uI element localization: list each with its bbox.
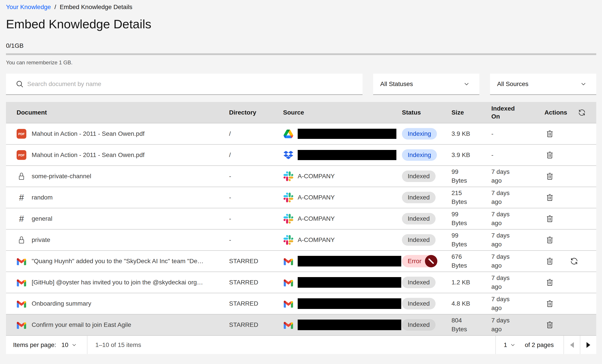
slack-icon bbox=[283, 235, 294, 245]
delete-button[interactable] bbox=[544, 171, 555, 182]
slack-icon bbox=[283, 193, 294, 202]
search-input[interactable] bbox=[6, 74, 363, 94]
status-badge: Indexed bbox=[402, 319, 436, 331]
lock-icon bbox=[17, 172, 26, 180]
source-filter-dropdown[interactable]: All Sources bbox=[490, 74, 596, 95]
status-filter-dropdown[interactable]: All Statuses bbox=[373, 74, 479, 95]
indexed-on-value: 7 days ago bbox=[491, 189, 542, 206]
size-value: 99 Bytes bbox=[452, 210, 491, 228]
indexed-on-value: 7 days ago bbox=[491, 252, 542, 270]
size-value: 4.8 KB bbox=[452, 299, 491, 308]
status-filter-value: All Statuses bbox=[380, 81, 413, 88]
items-per-page-select[interactable]: 10 bbox=[62, 342, 77, 349]
redacted-source bbox=[298, 129, 396, 139]
document-name: Mahout in Action - 2011 - Sean Owen.pdf bbox=[32, 129, 145, 138]
source-label: A-COMPANY bbox=[298, 214, 335, 223]
table-row: Mahout in Action - 2011 - Sean Owen.pdf … bbox=[6, 123, 596, 144]
document-name: "Quang Huynh" added you to the "SkyDeck … bbox=[32, 257, 204, 266]
gmail-icon bbox=[17, 279, 26, 286]
trash-icon bbox=[546, 194, 554, 201]
table-row: "Quang Huynh" added you to the "SkyDeck … bbox=[6, 250, 596, 271]
delete-button[interactable] bbox=[544, 298, 555, 309]
col-status: Status bbox=[402, 108, 452, 117]
hash-icon: # bbox=[17, 214, 26, 223]
refresh-icon bbox=[578, 109, 586, 116]
storage-progress-bar bbox=[6, 53, 596, 55]
directory-value: / bbox=[229, 129, 283, 138]
document-name: Confirm your email to join East Agile bbox=[32, 321, 131, 329]
table-row: [GitHub] @oyster has invited you to join… bbox=[6, 271, 596, 293]
directory-value: STARRED bbox=[229, 257, 283, 266]
breadcrumb-link-your-knowledge[interactable]: Your Knowledge bbox=[6, 3, 51, 10]
delete-button[interactable] bbox=[544, 320, 555, 330]
page: Your Knowledge / Embed Knowledge Details… bbox=[0, 0, 602, 354]
status-badge: Indexed bbox=[402, 298, 436, 309]
slack-icon bbox=[283, 214, 294, 224]
search-box bbox=[6, 74, 363, 95]
pdf-icon bbox=[17, 150, 26, 160]
gmail-icon bbox=[17, 300, 26, 308]
status-badge: Error bbox=[402, 255, 437, 267]
delete-button[interactable] bbox=[544, 213, 555, 224]
page-title: Embed Knowledge Details bbox=[6, 17, 596, 31]
gmail-icon bbox=[283, 257, 294, 265]
pagination-bar: Items per page: 10 1–10 of 15 items 1 of… bbox=[6, 335, 596, 354]
delete-button[interactable] bbox=[544, 150, 555, 160]
lock-icon bbox=[17, 236, 26, 244]
size-value: 99 Bytes bbox=[452, 231, 491, 249]
directory-value: / bbox=[229, 151, 283, 159]
table-header: Document Directory Source Status Size In… bbox=[6, 102, 596, 123]
redacted-source bbox=[298, 277, 401, 288]
document-name: random bbox=[32, 193, 53, 202]
delete-button[interactable] bbox=[544, 192, 555, 203]
chevron-down-icon bbox=[580, 81, 587, 87]
indexed-on-value: 7 days ago bbox=[491, 167, 542, 185]
breadcrumb: Your Knowledge / Embed Knowledge Details bbox=[6, 3, 596, 10]
status-badge: Indexing bbox=[402, 149, 437, 161]
delete-button[interactable] bbox=[544, 235, 555, 245]
col-actions-label: Actions bbox=[544, 108, 567, 117]
directory-value: STARRED bbox=[229, 321, 283, 329]
size-value: 1.2 KB bbox=[452, 278, 491, 287]
document-name: [GitHub] @oyster has invited you to join… bbox=[32, 278, 203, 287]
table-row: Onboarding summary STARRED Indexed 4.8 K… bbox=[6, 293, 596, 314]
directory-value: - bbox=[229, 172, 283, 181]
table-row: # general - A-COMPANY Indexed 99 Bytes 7… bbox=[6, 208, 596, 229]
source-label: A-COMPANY bbox=[298, 193, 335, 202]
trash-icon bbox=[546, 130, 554, 137]
col-indexed-on: Indexed On bbox=[491, 104, 542, 121]
size-value: 215 Bytes bbox=[452, 189, 491, 206]
hash-icon: # bbox=[17, 193, 26, 202]
storage-helper-text: You can rememberize 1 GB. bbox=[6, 60, 596, 66]
error-slash-icon bbox=[425, 255, 437, 267]
documents-table: Document Directory Source Status Size In… bbox=[6, 102, 596, 354]
trash-icon bbox=[546, 151, 554, 159]
col-directory: Directory bbox=[229, 108, 283, 117]
next-page-button[interactable] bbox=[580, 336, 596, 354]
document-name: Onboarding summary bbox=[32, 299, 91, 308]
gmail-icon bbox=[17, 321, 26, 329]
trash-icon bbox=[546, 279, 554, 286]
indexed-on-value: 7 days ago bbox=[491, 316, 542, 334]
size-value: 3.9 KB bbox=[452, 151, 491, 159]
document-name: private bbox=[32, 236, 50, 244]
caret-right-icon bbox=[587, 342, 590, 348]
source-label: A-COMPANY bbox=[298, 172, 335, 181]
refresh-table-button[interactable] bbox=[577, 107, 587, 118]
status-badge: Indexed bbox=[402, 277, 436, 288]
delete-button[interactable] bbox=[544, 128, 555, 139]
previous-page-button[interactable] bbox=[563, 336, 580, 354]
status-badge: Indexed bbox=[402, 213, 436, 224]
page-number-select[interactable]: 1 bbox=[504, 342, 516, 349]
status-badge: Indexed bbox=[402, 234, 436, 246]
directory-value: - bbox=[229, 193, 283, 202]
search-icon bbox=[16, 81, 24, 88]
redacted-source bbox=[298, 298, 401, 309]
delete-button[interactable] bbox=[544, 277, 555, 288]
google-drive-icon bbox=[283, 130, 294, 138]
redacted-source bbox=[298, 150, 396, 160]
col-document: Document bbox=[6, 108, 229, 117]
breadcrumb-current: Embed Knowledge Details bbox=[60, 3, 132, 10]
delete-button[interactable] bbox=[544, 256, 555, 267]
retry-button[interactable] bbox=[569, 256, 580, 267]
